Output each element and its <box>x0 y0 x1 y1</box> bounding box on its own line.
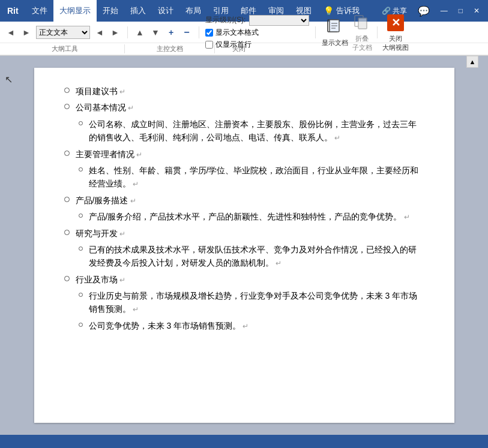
level2-bullet <box>79 121 83 125</box>
outline-text: 主要管理者情况 ↵ <box>76 148 142 161</box>
promote-btn[interactable]: ▲ <box>134 26 146 38</box>
close-outline-label: 关闭大纲视图 <box>382 34 409 52</box>
collapse-subdoc-label: 折叠子文档 <box>352 34 372 52</box>
show-document-btn[interactable]: 显示文档 <box>322 17 348 47</box>
svg-rect-6 <box>358 18 367 29</box>
back-btn[interactable]: ◄ <box>5 26 17 38</box>
ribbon: ◄ ► 正文文本 ◄ ► ▲ ▼ + − 显示级别(S): <box>0 22 488 56</box>
list-item[interactable]: 姓名、性别、年龄、籍贯，学历/学位、毕业院校，政治面目，行业从业年限，主要经历和… <box>79 164 424 191</box>
menu-start[interactable]: 开始 <box>97 0 124 22</box>
level1-bullet <box>64 88 70 93</box>
separator4 <box>377 26 378 38</box>
level2-bullet <box>79 214 83 218</box>
separator1 <box>127 26 128 38</box>
show-document-label: 显示文档 <box>322 38 348 47</box>
show-level-row: 显示级别(S): <box>205 15 309 26</box>
outline-toolbar: ◄ ► 正文文本 ◄ ► ▲ ▼ + − 显示级别(S): <box>0 22 488 43</box>
doc-page: ↖ 项目建议书 ↵ 公司基本情况 ↵ 公司名称、成立时间、注册地区、注册资本， <box>34 68 454 423</box>
outline-text: 公司竞争优势，未来 3 年市场销售预测。 ↵ <box>89 319 249 332</box>
outline-text: 产品/服务描述 ↵ <box>76 194 136 207</box>
list-item[interactable]: 公司基本情况 ↵ <box>64 101 424 114</box>
collapse-subdoc-btn[interactable]: 折叠子文档 <box>352 13 372 52</box>
show-text-format-checkbox[interactable] <box>205 29 213 37</box>
level1-bullet <box>64 197 70 202</box>
list-item[interactable]: 产品/服务介绍，产品技术水平，产品的新颖性、先进性和独特性，产品的竞争优势。 ↵ <box>79 210 424 223</box>
maximize-icon: □ <box>459 7 463 15</box>
level2-bullet <box>79 246 83 251</box>
minimize-btn[interactable]: — <box>437 5 451 16</box>
show-level-label: 显示级别(S): <box>205 15 246 25</box>
level1-bullet <box>64 276 70 281</box>
list-item[interactable]: 行业历史与前景，市场规模及增长趋势，行业竞争对手及本公司竞争优势，未来 3 年市… <box>79 289 424 316</box>
list-item[interactable]: 项目建议书 ↵ <box>64 85 424 98</box>
cursor-indicator: ↖ <box>5 74 13 85</box>
outline-text: 已有的技术成果及技术水平，研发队伍技术水平、竞争力及对外合作情况，已经投入的研发… <box>89 243 424 270</box>
close-outline-btn[interactable]: ✕ 关闭大纲视图 <box>382 13 409 52</box>
level2-bullet <box>79 323 83 327</box>
close-window-btn[interactable]: ✕ <box>470 5 483 16</box>
close-label: 关闭 <box>215 44 263 53</box>
level1-bullet <box>64 151 70 156</box>
status-bar <box>0 435 488 448</box>
list-item[interactable]: 已有的技术成果及技术水平，研发队伍技术水平、竞争力及对外合作情况，已经投入的研发… <box>79 243 424 270</box>
move-up-btn[interactable]: + <box>165 26 177 38</box>
level1-bullet <box>64 230 70 235</box>
maximize-btn[interactable]: □ <box>455 5 466 16</box>
show-document-icon <box>325 17 345 37</box>
close-window-icon: ✕ <box>474 7 480 15</box>
list-item[interactable]: 行业及市场 ↵ <box>64 273 424 286</box>
list-item[interactable]: 产品/服务描述 ↵ <box>64 194 424 207</box>
menu-design[interactable]: 设计 <box>152 0 179 22</box>
minimize-icon: — <box>441 7 448 15</box>
separator3 <box>315 26 316 38</box>
outline-tools-label: 大纲工具 <box>5 44 125 53</box>
outline-text: 行业及市场 ↵ <box>76 273 125 286</box>
prev-nav-btn[interactable]: ◄ <box>94 26 106 38</box>
lightbulb-icon: 💡 <box>324 6 334 16</box>
title-app-name: Rit <box>0 0 26 22</box>
show-text-format-label: 显示文本格式 <box>215 28 259 38</box>
list-item[interactable]: 研究与开发 ↵ <box>64 227 424 240</box>
menu-bar: 文件 大纲显示 开始 插入 设计 布局 引用 邮件 审阅 视图 💡 告诉我 <box>26 0 373 22</box>
level-select[interactable] <box>249 15 309 26</box>
menu-outline[interactable]: 大纲显示 <box>53 0 97 22</box>
style-select[interactable]: 正文文本 <box>36 26 90 39</box>
menu-layout[interactable]: 布局 <box>179 0 207 22</box>
list-item[interactable]: 主要管理者情况 ↵ <box>64 148 424 161</box>
outline-text: 项目建议书 ↵ <box>76 85 125 98</box>
outline-text: 姓名、性别、年龄、籍贯，学历/学位、毕业院校，政治面目，行业从业年限，主要经历和… <box>89 164 424 191</box>
close-outline-icon: ✕ <box>385 13 406 33</box>
document-area: ↖ 项目建议书 ↵ 公司基本情况 ↵ 公司名称、成立时间、注册地区、注册资本， <box>0 56 488 435</box>
list-item[interactable]: 公司名称、成立时间、注册地区、注册资本，主要股东、股份比例，主营业务，过去三年的… <box>79 118 424 145</box>
show-format-row: 显示文本格式 <box>205 28 309 38</box>
next-nav-btn[interactable]: ► <box>109 26 121 38</box>
outline-text: 研究与开发 ↵ <box>76 227 125 240</box>
forward-btn[interactable]: ► <box>20 26 32 38</box>
master-doc-label: 主控文档 <box>125 44 215 53</box>
level1-bullet <box>64 104 70 109</box>
menu-insert[interactable]: 插入 <box>124 0 152 22</box>
level2-bullet <box>79 167 83 172</box>
demote-btn[interactable]: ▼ <box>149 26 161 38</box>
menu-file[interactable]: 文件 <box>26 0 53 22</box>
collapse-subdoc-icon <box>352 13 372 33</box>
comment-icon: 💬 <box>418 5 430 17</box>
outline-text: 行业历史与前景，市场规模及增长趋势，行业竞争对手及本公司竞争优势，未来 3 年市… <box>89 289 424 316</box>
ribbon-labels-row: 大纲工具 主控文档 关闭 <box>0 43 488 55</box>
list-item[interactable]: 公司竞争优势，未来 3 年市场销售预测。 ↵ <box>79 319 424 332</box>
outline-text: 产品/服务介绍，产品技术水平，产品的新颖性、先进性和独特性，产品的竞争优势。 ↵ <box>89 210 410 223</box>
collapse-ribbon-btn[interactable]: ▲ <box>466 56 478 68</box>
move-down-btn[interactable]: − <box>181 26 193 38</box>
separator2 <box>199 26 199 38</box>
level2-bullet <box>79 293 83 297</box>
comment-btn[interactable]: 💬 <box>414 4 433 18</box>
outline-text: 公司基本情况 ↵ <box>76 101 134 114</box>
outline-text: 公司名称、成立时间、注册地区、注册资本，主要股东、股份比例，主营业务，过去三年的… <box>89 118 424 145</box>
